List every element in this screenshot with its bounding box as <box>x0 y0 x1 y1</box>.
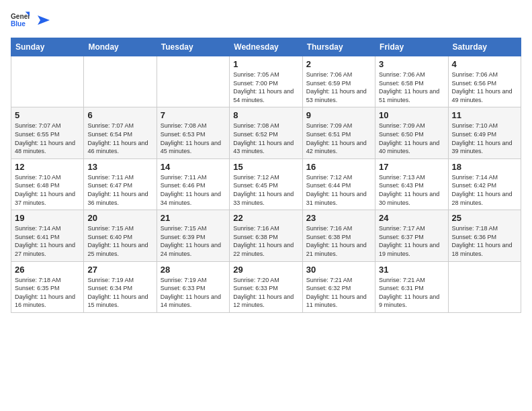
logo-icon: General Blue <box>11 11 30 30</box>
calendar-cell <box>157 56 229 107</box>
day-info: Sunrise: 7:10 AMSunset: 6:49 PMDaylight:… <box>452 122 517 155</box>
day-info: Sunrise: 7:12 AMSunset: 6:44 PMDaylight:… <box>306 173 371 207</box>
day-number: 6 <box>87 110 152 120</box>
day-info: Sunrise: 7:15 AMSunset: 6:39 PMDaylight:… <box>161 224 226 258</box>
calendar-cell: 27 Sunrise: 7:19 AMSunset: 6:34 PMDaylig… <box>84 261 157 312</box>
day-number: 8 <box>233 110 298 120</box>
calendar-cell <box>84 56 157 107</box>
day-number: 23 <box>306 213 371 223</box>
calendar-cell: 14 Sunrise: 7:11 AMSunset: 6:46 PMDaylig… <box>157 158 229 210</box>
day-number: 10 <box>379 110 444 120</box>
calendar-cell: 7 Sunrise: 7:08 AMSunset: 6:53 PMDayligh… <box>157 107 229 158</box>
calendar-cell: 13 Sunrise: 7:11 AMSunset: 6:47 PMDaylig… <box>84 158 157 210</box>
calendar-cell: 31 Sunrise: 7:21 AMSunset: 6:31 PMDaylig… <box>375 261 448 312</box>
calendar-week-row: 26 Sunrise: 7:18 AMSunset: 6:35 PMDaylig… <box>11 261 521 312</box>
day-info: Sunrise: 7:13 AMSunset: 6:43 PMDaylight:… <box>379 173 444 207</box>
logo: General Blue <box>11 11 50 30</box>
calendar-cell: 11 Sunrise: 7:10 AMSunset: 6:49 PMDaylig… <box>448 107 521 158</box>
day-number: 13 <box>87 162 152 172</box>
calendar-cell: 26 Sunrise: 7:18 AMSunset: 6:35 PMDaylig… <box>11 261 84 312</box>
calendar-header-row: SundayMondayTuesdayWednesdayThursdayFrid… <box>11 38 521 56</box>
day-header-sunday: Sunday <box>11 38 84 56</box>
day-info: Sunrise: 7:16 AMSunset: 6:38 PMDaylight:… <box>306 224 371 258</box>
day-header-wednesday: Wednesday <box>230 38 302 56</box>
day-info: Sunrise: 7:17 AMSunset: 6:37 PMDaylight:… <box>379 224 444 258</box>
day-number: 3 <box>379 59 444 69</box>
day-info: Sunrise: 7:18 AMSunset: 6:36 PMDaylight:… <box>452 224 517 258</box>
day-info: Sunrise: 7:16 AMSunset: 6:38 PMDaylight:… <box>233 224 298 258</box>
day-number: 5 <box>15 110 80 120</box>
calendar-cell: 20 Sunrise: 7:15 AMSunset: 6:40 PMDaylig… <box>84 210 157 261</box>
calendar-cell: 15 Sunrise: 7:12 AMSunset: 6:45 PMDaylig… <box>230 158 302 210</box>
day-info: Sunrise: 7:14 AMSunset: 6:42 PMDaylight:… <box>452 173 517 207</box>
calendar-cell: 2 Sunrise: 7:06 AMSunset: 6:59 PMDayligh… <box>302 56 375 107</box>
day-number: 15 <box>233 162 298 172</box>
calendar-week-row: 12 Sunrise: 7:10 AMSunset: 6:48 PMDaylig… <box>11 158 521 210</box>
day-number: 4 <box>452 59 517 69</box>
day-info: Sunrise: 7:05 AMSunset: 7:00 PMDaylight:… <box>233 71 298 104</box>
day-info: Sunrise: 7:07 AMSunset: 6:54 PMDaylight:… <box>87 122 152 155</box>
svg-text:Blue: Blue <box>11 20 26 28</box>
calendar-week-row: 19 Sunrise: 7:14 AMSunset: 6:41 PMDaylig… <box>11 210 521 261</box>
day-info: Sunrise: 7:18 AMSunset: 6:35 PMDaylight:… <box>15 276 80 310</box>
page-header: General Blue <box>11 11 521 30</box>
day-number: 9 <box>306 110 371 120</box>
day-info: Sunrise: 7:12 AMSunset: 6:45 PMDaylight:… <box>233 173 298 207</box>
day-number: 18 <box>452 162 517 172</box>
day-number: 2 <box>306 59 371 69</box>
day-info: Sunrise: 7:08 AMSunset: 6:52 PMDaylight:… <box>233 122 298 155</box>
day-info: Sunrise: 7:20 AMSunset: 6:33 PMDaylight:… <box>233 276 298 310</box>
day-number: 17 <box>379 162 444 172</box>
day-number: 16 <box>306 162 371 172</box>
day-number: 29 <box>233 265 298 275</box>
day-header-saturday: Saturday <box>448 38 521 56</box>
calendar-cell: 23 Sunrise: 7:16 AMSunset: 6:38 PMDaylig… <box>302 210 375 261</box>
day-info: Sunrise: 7:10 AMSunset: 6:48 PMDaylight:… <box>15 173 80 207</box>
day-header-tuesday: Tuesday <box>157 38 229 56</box>
day-number: 30 <box>306 265 371 275</box>
day-info: Sunrise: 7:06 AMSunset: 6:59 PMDaylight:… <box>306 71 371 104</box>
calendar-cell: 8 Sunrise: 7:08 AMSunset: 6:52 PMDayligh… <box>230 107 302 158</box>
day-info: Sunrise: 7:06 AMSunset: 6:56 PMDaylight:… <box>452 71 517 104</box>
calendar-cell: 16 Sunrise: 7:12 AMSunset: 6:44 PMDaylig… <box>302 158 375 210</box>
calendar-cell: 21 Sunrise: 7:15 AMSunset: 6:39 PMDaylig… <box>157 210 229 261</box>
logo-arrow-icon <box>35 13 50 28</box>
day-number: 22 <box>233 213 298 223</box>
day-header-thursday: Thursday <box>302 38 375 56</box>
calendar-cell: 12 Sunrise: 7:10 AMSunset: 6:48 PMDaylig… <box>11 158 84 210</box>
day-info: Sunrise: 7:09 AMSunset: 6:50 PMDaylight:… <box>379 122 444 155</box>
calendar-cell: 5 Sunrise: 7:07 AMSunset: 6:55 PMDayligh… <box>11 107 84 158</box>
day-number: 26 <box>15 265 80 275</box>
day-info: Sunrise: 7:14 AMSunset: 6:41 PMDaylight:… <box>15 224 80 258</box>
calendar-week-row: 5 Sunrise: 7:07 AMSunset: 6:55 PMDayligh… <box>11 107 521 158</box>
calendar-cell: 19 Sunrise: 7:14 AMSunset: 6:41 PMDaylig… <box>11 210 84 261</box>
day-number: 31 <box>379 265 444 275</box>
calendar-week-row: 1 Sunrise: 7:05 AMSunset: 7:00 PMDayligh… <box>11 56 521 107</box>
calendar-cell <box>448 261 521 312</box>
svg-marker-3 <box>38 15 50 25</box>
calendar-cell: 24 Sunrise: 7:17 AMSunset: 6:37 PMDaylig… <box>375 210 448 261</box>
day-number: 25 <box>452 213 517 223</box>
day-info: Sunrise: 7:15 AMSunset: 6:40 PMDaylight:… <box>87 224 152 258</box>
calendar-cell: 29 Sunrise: 7:20 AMSunset: 6:33 PMDaylig… <box>230 261 302 312</box>
calendar-cell: 17 Sunrise: 7:13 AMSunset: 6:43 PMDaylig… <box>375 158 448 210</box>
calendar-cell: 22 Sunrise: 7:16 AMSunset: 6:38 PMDaylig… <box>230 210 302 261</box>
calendar-cell: 3 Sunrise: 7:06 AMSunset: 6:58 PMDayligh… <box>375 56 448 107</box>
day-header-monday: Monday <box>84 38 157 56</box>
day-info: Sunrise: 7:21 AMSunset: 6:32 PMDaylight:… <box>306 276 371 310</box>
day-info: Sunrise: 7:09 AMSunset: 6:51 PMDaylight:… <box>306 122 371 155</box>
day-number: 14 <box>161 162 226 172</box>
calendar-cell: 6 Sunrise: 7:07 AMSunset: 6:54 PMDayligh… <box>84 107 157 158</box>
calendar-cell: 18 Sunrise: 7:14 AMSunset: 6:42 PMDaylig… <box>448 158 521 210</box>
day-number: 12 <box>15 162 80 172</box>
calendar-cell: 4 Sunrise: 7:06 AMSunset: 6:56 PMDayligh… <box>448 56 521 107</box>
day-number: 7 <box>161 110 226 120</box>
day-number: 24 <box>379 213 444 223</box>
day-number: 20 <box>87 213 152 223</box>
calendar-table: SundayMondayTuesdayWednesdayThursdayFrid… <box>11 38 521 313</box>
day-number: 11 <box>452 110 517 120</box>
calendar-cell <box>11 56 84 107</box>
calendar-cell: 9 Sunrise: 7:09 AMSunset: 6:51 PMDayligh… <box>302 107 375 158</box>
day-number: 1 <box>233 59 298 69</box>
calendar-cell: 10 Sunrise: 7:09 AMSunset: 6:50 PMDaylig… <box>375 107 448 158</box>
